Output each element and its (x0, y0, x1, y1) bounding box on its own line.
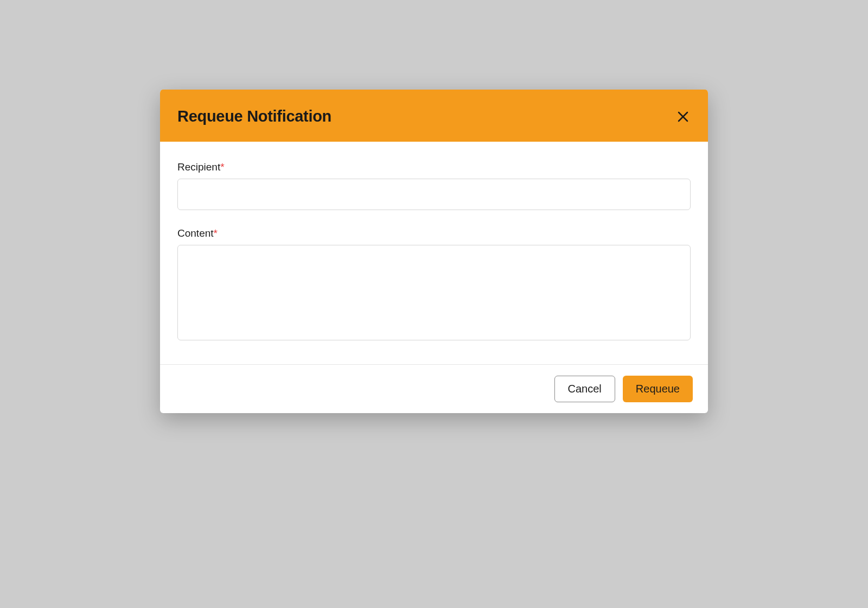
modal-header: Requeue Notification (160, 90, 708, 142)
required-mark: * (214, 227, 218, 239)
requeue-notification-modal: Requeue Notification Recipient* Content*… (160, 90, 708, 413)
content-label: Content* (177, 227, 691, 239)
modal-title: Requeue Notification (177, 107, 331, 125)
cancel-button[interactable]: Cancel (554, 376, 615, 402)
modal-body: Recipient* Content* (160, 142, 708, 364)
required-mark: * (220, 161, 224, 173)
content-label-text: Content (177, 227, 214, 239)
modal-footer: Cancel Requeue (160, 364, 708, 413)
recipient-input[interactable] (177, 179, 691, 210)
recipient-label-text: Recipient (177, 161, 220, 173)
recipient-label: Recipient* (177, 161, 691, 173)
content-textarea[interactable] (177, 245, 691, 340)
recipient-field-group: Recipient* (177, 161, 691, 210)
content-field-group: Content* (177, 227, 691, 343)
requeue-button[interactable]: Requeue (623, 376, 693, 402)
close-icon[interactable] (675, 109, 691, 124)
